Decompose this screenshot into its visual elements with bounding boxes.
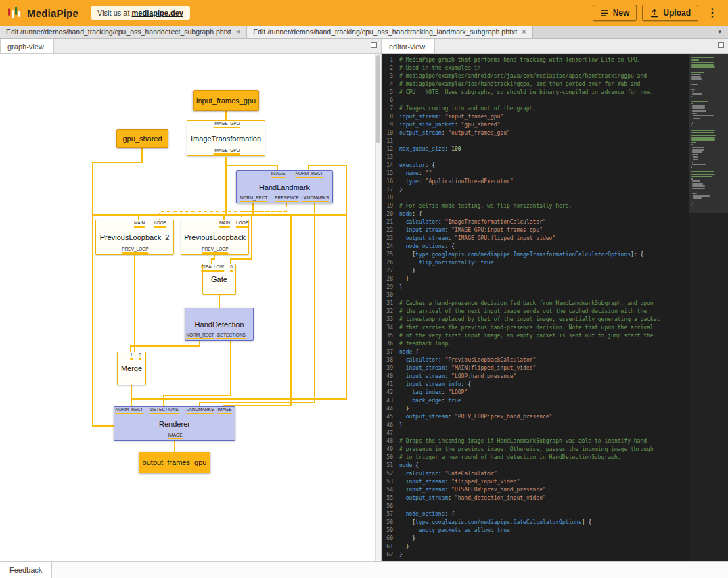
line-content: # of the very first input image, an empt… xyxy=(399,332,654,340)
code-line[interactable]: 51node { xyxy=(382,462,689,470)
code-line[interactable]: 12max_queue_size: 100 xyxy=(382,145,689,153)
graph-scrollbar[interactable] xyxy=(375,54,381,561)
code-line[interactable]: 31# Caches a hand-presence decision fed … xyxy=(382,299,689,308)
line-content: } xyxy=(399,267,415,275)
code-line[interactable]: 6 xyxy=(382,97,689,105)
graph-node-image_transformation[interactable]: ImageTransformationIMAGE_GPUIMAGE_GPU xyxy=(187,120,265,156)
close-tab-icon[interactable]: × xyxy=(522,28,526,36)
code-line[interactable]: 27 } xyxy=(382,267,689,275)
code-line[interactable]: 35# of the very first input image, an em… xyxy=(382,332,689,340)
code-line[interactable]: 15 name: "" xyxy=(382,170,689,178)
code-line[interactable]: 57 node_options: { xyxy=(382,510,689,519)
code-line[interactable]: 24 node_options: { xyxy=(382,243,689,251)
code-line[interactable]: 42 tag_index: "LOOP" xyxy=(382,389,689,397)
graph-node-hand_landmark[interactable]: HandLandmarkIMAGENORM_RECTNORM_RECTPRESE… xyxy=(236,170,333,203)
code-line[interactable]: 40 input_stream: "LOOP:hand_presence" xyxy=(382,372,689,381)
code-line[interactable]: 46} xyxy=(382,421,689,429)
code-line[interactable]: 2# Used in the examples in xyxy=(382,64,689,72)
mediapipe-dev-link[interactable]: mediapipe.dev xyxy=(132,9,183,17)
code-line[interactable]: 59 empty_packets_as_allow: true xyxy=(382,527,689,535)
code-line[interactable]: 28 } xyxy=(382,275,689,283)
code-line[interactable]: 38 calculator: "PreviousLoopbackCalculat… xyxy=(382,356,689,364)
code-line[interactable]: 56 xyxy=(382,502,689,510)
code-line[interactable]: 39 input_stream: "MAIN:flipped_input_vid… xyxy=(382,364,689,372)
code-line[interactable]: 23 output_stream: "IMAGE_GPU:flipped_inp… xyxy=(382,235,689,243)
popout-icon[interactable] xyxy=(371,42,377,48)
feedback-tab[interactable]: Feedback xyxy=(0,562,52,578)
code-line[interactable]: 30 xyxy=(382,291,689,299)
new-button[interactable]: New xyxy=(593,5,637,21)
code-line[interactable]: 50# to trigger a new round of hand detec… xyxy=(382,454,689,462)
graph-canvas[interactable]: input_frames_gpuImageTransformationIMAGE… xyxy=(0,54,375,561)
code-line[interactable]: 11 xyxy=(382,137,689,145)
code-line[interactable]: 41 input_stream_info: { xyxy=(382,381,689,389)
graph-scrollbar-thumb[interactable] xyxy=(376,55,380,143)
close-tab-icon[interactable]: × xyxy=(236,28,240,36)
code-line[interactable]: 5# CPU. NOTE: Uses subgraphs, so should … xyxy=(382,89,689,97)
code-line[interactable]: 29} xyxy=(382,283,689,291)
code-line[interactable]: 44 } xyxy=(382,405,689,413)
file-tab-label: Edit /runner/demos/hand_tracking/cpu_oss… xyxy=(253,28,517,36)
graph-node-previous_loopback_2[interactable]: PreviousLoopback_2MAINLOOPPREV_LOOP xyxy=(95,220,174,255)
tab-editor-view[interactable]: editor-view xyxy=(382,39,435,53)
graph-node-merge[interactable]: Merge10 xyxy=(117,352,146,385)
popout-icon[interactable] xyxy=(718,42,724,48)
graph-node-renderer[interactable]: RendererNORM_RECTDETECTIONSLANDMARKSIMAG… xyxy=(114,406,235,441)
code-editor[interactable]: 1# MediaPipe graph that performs hand tr… xyxy=(382,54,728,561)
graph-node-output_frames_gpu[interactable]: output_frames_gpu xyxy=(139,452,210,473)
code-line[interactable]: 48# Drops the incoming image if HandLand… xyxy=(382,437,689,445)
code-line[interactable]: 25 [type.googleapis.com/mediapipe.ImageT… xyxy=(382,251,689,259)
code-line[interactable]: 22 input_stream: "IMAGE_GPU:input_frames… xyxy=(382,226,689,235)
graph-node-previous_loopback[interactable]: PreviousLoopbackMAINLOOPPREV_LOOP xyxy=(181,220,249,255)
port-loop: LOOP xyxy=(154,221,166,228)
code-line[interactable]: 10output_stream: "output_frames_gpu" xyxy=(382,129,689,137)
file-tab[interactable]: Edit /runner/demos/hand_tracking/cpu_oss… xyxy=(0,26,247,38)
graph-node-hand_detection[interactable]: HandDetectionNORM_RECTDETECTIONS xyxy=(185,308,254,341)
code-line[interactable]: 14executor: { xyxy=(382,162,689,170)
graph-panel-header: graph-view xyxy=(0,39,381,54)
code-line[interactable]: 9input_side_packet: "gpu_shared" xyxy=(382,121,689,129)
code-line[interactable]: 21 calculator: "ImageTransformationCalcu… xyxy=(382,218,689,226)
upload-button[interactable]: Upload xyxy=(642,5,698,21)
code-line[interactable]: 17} xyxy=(382,186,689,194)
tab-list-caret-icon[interactable]: ▾ xyxy=(711,26,728,38)
graph-node-gate[interactable]: GateDISALLOW0 xyxy=(202,264,236,295)
code-line[interactable]: 55 output_stream: "hand_detection_input_… xyxy=(382,494,689,502)
code-line[interactable]: 36# feedback loop. xyxy=(382,340,689,348)
line-content: input_stream: "input_frames_gpu" xyxy=(399,113,503,121)
code-line[interactable]: 62} xyxy=(382,551,689,559)
code-line[interactable]: 32# the arrival of the next input image … xyxy=(382,308,689,316)
code-line[interactable]: 7# Images coming into and out of the gra… xyxy=(382,105,689,113)
code-line[interactable]: 45 output_stream: "PREV_LOOP:prev_hand_p… xyxy=(382,413,689,421)
code-line[interactable]: 61 } xyxy=(382,543,689,551)
code-line[interactable]: 19# For selfie-mode testing, we flip hor… xyxy=(382,202,689,210)
code-line[interactable]: 54 input_stream: "DISALLOW:prev_hand_pre… xyxy=(382,486,689,494)
kebab-menu-icon[interactable]: ⋮ xyxy=(704,5,721,21)
code-line[interactable]: 43 back_edge: true xyxy=(382,397,689,405)
minimap[interactable] xyxy=(689,54,728,561)
code-line[interactable]: 26 flip_horizontally: true xyxy=(382,259,689,267)
code-line[interactable]: 53 input_stream: "flipped_input_video" xyxy=(382,478,689,486)
code-line[interactable]: 3# mediapipe/examples/android/src/java/c… xyxy=(382,72,689,80)
code-line[interactable]: 13 xyxy=(382,153,689,162)
graph-node-gpu_shared[interactable]: gpu_shared xyxy=(116,129,168,148)
code-line[interactable]: 1# MediaPipe graph that performs hand tr… xyxy=(382,56,689,64)
code-line[interactable]: 8input_stream: "input_frames_gpu" xyxy=(382,113,689,121)
code-line[interactable]: 33# timestamp replaced by that of the in… xyxy=(382,316,689,324)
feedback-bar: Feedback xyxy=(0,561,728,578)
code-line[interactable]: 16 type: "ApplicationThreadExecutor" xyxy=(382,178,689,186)
code-line[interactable]: 4# mediapipe/examples/ios/handtrackinggp… xyxy=(382,80,689,89)
code-line[interactable]: 49# presence in the previous image. Othe… xyxy=(382,445,689,454)
graph-node-input_frames_gpu[interactable]: input_frames_gpu xyxy=(193,90,259,111)
code-line[interactable]: 52 calculator: "GateCalculator" xyxy=(382,470,689,478)
code-line[interactable]: 18 xyxy=(382,194,689,202)
code-line[interactable]: 34# that carries the previous hand-prese… xyxy=(382,324,689,332)
code-line[interactable]: 37node { xyxy=(382,348,689,356)
port-norm_rect: NORM_RECT xyxy=(240,196,267,203)
code-line[interactable]: 60 } xyxy=(382,535,689,543)
code-line[interactable]: 47 xyxy=(382,429,689,437)
code-line[interactable]: 20node: { xyxy=(382,210,689,218)
tab-graph-view[interactable]: graph-view xyxy=(0,39,54,53)
file-tab[interactable]: Edit /runner/demos/hand_tracking/cpu_oss… xyxy=(247,26,532,38)
code-line[interactable]: 58 [type.googleapis.com/mediapipe.GateCa… xyxy=(382,519,689,527)
